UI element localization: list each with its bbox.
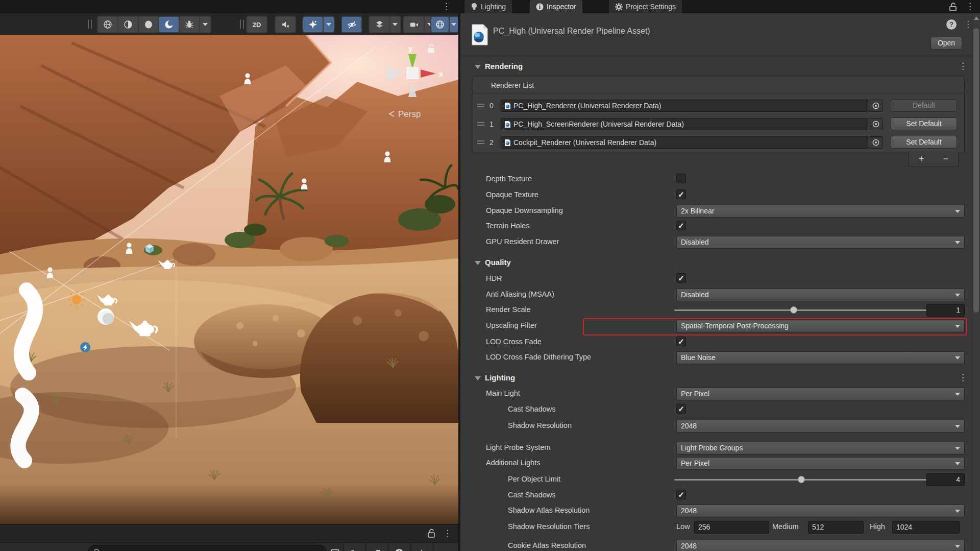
lod-cross-fade-checkbox[interactable]: ✓ bbox=[676, 337, 686, 346]
drag-handle-icon[interactable] bbox=[477, 122, 484, 126]
gizmos-dropdown-caret[interactable] bbox=[450, 17, 458, 32]
filter-by-type-button[interactable] bbox=[343, 543, 364, 551]
tab-project-settings[interactable]: Project Settings bbox=[609, 0, 682, 13]
scene-search-field[interactable] bbox=[88, 545, 327, 551]
scene-bottom-kebab-icon[interactable]: ⋮ bbox=[443, 529, 452, 538]
opaque-texture-checkbox[interactable]: ✓ bbox=[676, 189, 686, 199]
scene-viewport[interactable]: y x Persp bbox=[0, 35, 458, 524]
terrain-holes-label: Terrain Holes bbox=[486, 222, 529, 230]
renderer-asset-icon bbox=[504, 121, 511, 128]
tier-low-field[interactable]: 256 bbox=[694, 521, 769, 534]
render-scale-slider[interactable] bbox=[674, 309, 926, 311]
object-picker-icon[interactable] bbox=[869, 100, 883, 112]
lod-dithering-dropdown[interactable]: Blue Noise bbox=[676, 351, 965, 364]
section-rendering[interactable]: Rendering ⋮ bbox=[460, 60, 972, 74]
lit-mode-button[interactable] bbox=[159, 17, 179, 32]
toolbar-drag-handle-icon[interactable] bbox=[88, 19, 92, 29]
object-picker-icon[interactable] bbox=[869, 118, 883, 130]
asset-kebab-icon[interactable]: ⋮ bbox=[964, 20, 972, 29]
section-quality[interactable]: Quality bbox=[460, 256, 972, 270]
depth-texture-checkbox[interactable] bbox=[676, 174, 686, 183]
per-object-limit-value[interactable]: 4 bbox=[926, 473, 965, 486]
anti-aliasing-dropdown[interactable]: Disabled bbox=[676, 289, 965, 301]
remove-renderer-button[interactable]: − bbox=[934, 153, 958, 166]
shadow-resolution-dropdown[interactable]: 2048 bbox=[676, 420, 965, 433]
object-picker-icon[interactable] bbox=[869, 136, 883, 149]
hdr-checkbox[interactable]: ✓ bbox=[676, 273, 686, 283]
scene-visibility-button[interactable] bbox=[342, 17, 361, 32]
check-icon: ✓ bbox=[678, 274, 684, 282]
tier-low-label: Low bbox=[676, 522, 690, 531]
inspector-kebab-icon[interactable]: ⋮ bbox=[966, 2, 974, 11]
favorites-star-button[interactable] bbox=[410, 543, 432, 551]
debug-validation-button[interactable] bbox=[180, 17, 199, 32]
per-object-limit-slider[interactable] bbox=[674, 479, 926, 481]
section-lighting[interactable]: Lighting ⋮ bbox=[460, 372, 972, 385]
audio-mute-button[interactable] bbox=[276, 17, 295, 32]
half-shaded-button[interactable] bbox=[118, 17, 138, 32]
upscaling-filter-dropdown[interactable]: Spatial-Temporal Post-Processing bbox=[676, 320, 965, 332]
axis-y-label: y bbox=[408, 44, 413, 53]
renderer-object-field[interactable]: Cockpit_Renderer (Universal Renderer Dat… bbox=[501, 136, 868, 149]
open-button[interactable]: Open bbox=[930, 37, 962, 50]
tab-lighting[interactable]: Lighting bbox=[464, 0, 512, 13]
slider-thumb[interactable] bbox=[798, 476, 805, 483]
dropdown-value: 2048 bbox=[681, 542, 697, 550]
grid-layers-button[interactable] bbox=[370, 17, 389, 32]
set-default-button[interactable]: Set Default bbox=[891, 117, 957, 130]
drag-handle-icon[interactable] bbox=[477, 104, 484, 107]
terrain-holes-checkbox[interactable]: ✓ bbox=[676, 221, 686, 230]
effects-toggle-button[interactable] bbox=[303, 17, 323, 32]
scene-menu-kebab-icon[interactable]: ⋮ bbox=[442, 2, 451, 11]
effects-dropdown-caret[interactable] bbox=[324, 17, 334, 32]
camera-settings-button[interactable] bbox=[404, 17, 424, 32]
renderer-asset-icon bbox=[504, 102, 511, 110]
section-lighting-kebab-icon[interactable]: ⋮ bbox=[959, 373, 967, 382]
renderer-index: 0 bbox=[489, 102, 494, 110]
gizmos-toggle-button[interactable] bbox=[431, 17, 449, 32]
light-probe-system-dropdown[interactable]: Light Probe Groups bbox=[676, 442, 965, 454]
grid-dropdown-caret[interactable] bbox=[390, 17, 400, 32]
tier-high-field[interactable]: 1024 bbox=[892, 521, 960, 534]
warnings-button[interactable] bbox=[388, 543, 409, 551]
cast-shadows-checkbox[interactable]: ✓ bbox=[676, 404, 686, 414]
filter-by-label-button[interactable] bbox=[365, 543, 387, 551]
open-search-window-button[interactable] bbox=[328, 543, 342, 551]
shaded-wireframe-button[interactable] bbox=[98, 17, 117, 32]
set-default-button[interactable]: Set Default bbox=[891, 136, 957, 149]
inspector-lock-icon[interactable] bbox=[949, 3, 957, 13]
tab-inspector[interactable]: Inspector bbox=[530, 0, 582, 13]
main-light-dropdown[interactable]: Per Pixel bbox=[676, 388, 965, 400]
renderer-object-field[interactable]: PC_High_Renderer (Universal Renderer Dat… bbox=[501, 100, 868, 112]
visibility-count[interactable]: 28 bbox=[433, 543, 458, 551]
renderer-object-field[interactable]: PC_High_ScreenRenderer (Universal Render… bbox=[501, 118, 868, 130]
section-rendering-kebab-icon[interactable]: ⋮ bbox=[959, 62, 967, 70]
scrollbar-thumb[interactable] bbox=[973, 28, 979, 313]
dropdown-value: Per Pixel bbox=[681, 390, 709, 398]
gpu-resident-drawer-dropdown[interactable]: Disabled bbox=[676, 236, 965, 249]
cast-shadows-additional-checkbox[interactable]: ✓ bbox=[676, 490, 686, 499]
check-icon: ✓ bbox=[678, 190, 684, 199]
drag-handle-icon[interactable] bbox=[477, 140, 484, 144]
search-input[interactable] bbox=[104, 548, 321, 551]
reflection-probe-gizmo-icon[interactable] bbox=[97, 308, 114, 325]
render-scale-value[interactable]: 1 bbox=[926, 304, 965, 317]
vfx-gizmo-icon[interactable] bbox=[80, 342, 90, 352]
add-renderer-button[interactable]: + bbox=[909, 153, 934, 166]
lock-icon[interactable] bbox=[428, 529, 435, 540]
opaque-downsampling-dropdown[interactable]: 2x Bilinear bbox=[676, 205, 965, 218]
info-icon bbox=[536, 3, 544, 11]
shaded-button[interactable] bbox=[139, 17, 158, 32]
cookie-atlas-resolution-dropdown[interactable]: 2048 bbox=[676, 540, 965, 551]
2d-toggle-button[interactable]: 2D bbox=[247, 17, 266, 32]
additional-lights-dropdown[interactable]: Per Pixel bbox=[676, 457, 965, 470]
shadow-atlas-resolution-dropdown[interactable]: 2048 bbox=[676, 505, 965, 517]
tier-medium-field[interactable]: 512 bbox=[808, 521, 864, 534]
check-icon: ✓ bbox=[678, 404, 684, 413]
scroll-up-arrow-icon[interactable] bbox=[974, 16, 979, 20]
slider-thumb[interactable] bbox=[790, 306, 797, 314]
draw-mode-dropdown-caret[interactable] bbox=[200, 17, 210, 32]
inspector-scrollbar[interactable] bbox=[972, 13, 980, 551]
help-icon[interactable]: ? bbox=[946, 19, 957, 30]
default-button: Default bbox=[891, 99, 957, 112]
